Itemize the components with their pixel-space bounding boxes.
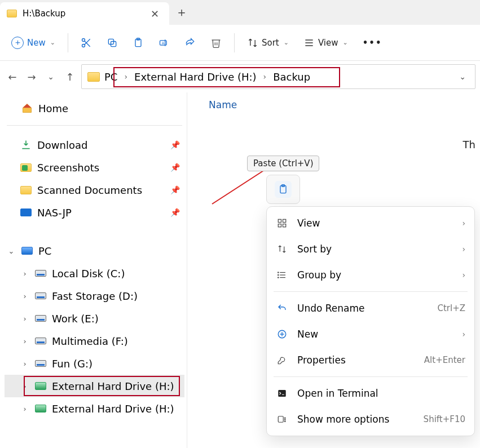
pin-icon[interactable]: 📌 bbox=[170, 185, 180, 194]
sidebar-item-label: External Hard Drive (H:) bbox=[52, 403, 174, 415]
sidebar-drive-f[interactable]: › Multimedia (F:) bbox=[5, 330, 184, 352]
sidebar-item-scanned[interactable]: Scanned Documents 📌 bbox=[5, 179, 184, 201]
chevron-right-icon[interactable]: › bbox=[124, 72, 127, 81]
ctx-new[interactable]: New › bbox=[267, 321, 474, 347]
ctx-shortcut: Alt+Enter bbox=[424, 355, 465, 365]
ctx-label: Group by bbox=[297, 269, 341, 281]
external-disk-icon bbox=[35, 405, 46, 412]
divider bbox=[234, 33, 235, 52]
sidebar-drive-h-highlighted[interactable]: › External Hard Drive (H:) bbox=[5, 375, 184, 397]
chevron-right-icon[interactable]: › bbox=[263, 72, 267, 81]
chevron-down-icon: ⌄ bbox=[284, 39, 289, 46]
nav-row: ← → ⌄ ↑ PC › External Hard Drive (H:) › … bbox=[0, 61, 480, 92]
new-button[interactable]: ＋ New ⌄ bbox=[6, 32, 61, 54]
paste-button[interactable] bbox=[127, 32, 149, 54]
chevron-right-icon[interactable]: › bbox=[20, 292, 29, 300]
svg-point-26 bbox=[278, 274, 279, 276]
sidebar-item-screenshots[interactable]: Screenshots 📌 bbox=[5, 156, 184, 179]
context-paste-button[interactable] bbox=[266, 175, 300, 204]
ctx-properties[interactable]: Properties Alt+Enter bbox=[267, 347, 474, 373]
disk-icon bbox=[35, 270, 46, 277]
tooltip-paste: Paste (Ctrl+V) bbox=[247, 156, 319, 171]
sidebar-drive-c[interactable]: › Local Disk (C:) bbox=[5, 262, 184, 285]
svg-rect-18 bbox=[278, 219, 281, 222]
sidebar-pc[interactable]: ⌄ PC bbox=[5, 239, 184, 262]
disk-icon bbox=[35, 315, 46, 322]
recent-dropdown[interactable]: ⌄ bbox=[43, 69, 59, 85]
forward-button[interactable]: → bbox=[24, 69, 39, 85]
svg-rect-21 bbox=[283, 224, 286, 227]
ctx-sort-by[interactable]: Sort by › bbox=[267, 236, 474, 262]
ctx-label: Sort by bbox=[297, 243, 332, 255]
sidebar-drive-d[interactable]: › Fast Storage (D:) bbox=[5, 285, 184, 307]
disk-icon bbox=[35, 292, 46, 299]
context-menu: View › Sort by › Group by › bbox=[266, 206, 475, 436]
svg-point-25 bbox=[278, 272, 279, 273]
sidebar-item-download[interactable]: Download 📌 bbox=[5, 134, 184, 156]
view-button[interactable]: View ⌄ bbox=[298, 32, 354, 54]
content-area[interactable]: Name ⌃ Th Paste (Ctrl+V) View › bbox=[187, 92, 480, 448]
empty-hint-text: Th bbox=[463, 139, 475, 150]
view-label: View bbox=[318, 38, 338, 48]
view-icon bbox=[303, 37, 315, 48]
download-icon bbox=[20, 139, 32, 150]
chevron-right-icon[interactable]: › bbox=[20, 337, 29, 345]
tab-title: H:\Backup bbox=[23, 8, 142, 19]
chevron-right-icon[interactable]: › bbox=[20, 405, 29, 413]
crumb-folder[interactable]: Backup bbox=[273, 71, 310, 83]
ctx-group-by[interactable]: Group by › bbox=[267, 262, 474, 288]
grid-icon bbox=[276, 217, 288, 229]
wrench-icon bbox=[276, 354, 288, 366]
copy-icon bbox=[107, 37, 118, 48]
svg-rect-32 bbox=[278, 416, 283, 423]
sort-button[interactable]: Sort ⌄ bbox=[241, 32, 294, 54]
disk-icon bbox=[35, 338, 46, 344]
folder-icon bbox=[20, 163, 32, 172]
folder-icon bbox=[7, 10, 17, 17]
share-button[interactable] bbox=[179, 32, 201, 54]
new-tab-button[interactable]: ＋ bbox=[169, 0, 194, 25]
ctx-view[interactable]: View › bbox=[267, 210, 474, 236]
rename-button[interactable]: A bbox=[153, 32, 175, 54]
sidebar-item-label: Download bbox=[37, 139, 87, 151]
chevron-down-icon[interactable]: ⌄ bbox=[7, 247, 16, 255]
pin-icon[interactable]: 📌 bbox=[170, 163, 180, 172]
crumb-drive[interactable]: External Hard Drive (H:) bbox=[134, 71, 257, 83]
sidebar-home[interactable]: Home bbox=[5, 97, 184, 119]
chevron-right-icon[interactable]: › bbox=[20, 269, 29, 278]
cut-button[interactable] bbox=[75, 32, 98, 54]
disk-icon bbox=[35, 360, 46, 367]
plus-circle-icon: ＋ bbox=[11, 37, 24, 49]
crumb-pc[interactable]: PC bbox=[104, 71, 117, 83]
ctx-label: Properties bbox=[297, 354, 346, 366]
trash-icon bbox=[210, 37, 222, 48]
up-button[interactable]: ↑ bbox=[62, 69, 78, 85]
more-options-icon bbox=[276, 413, 288, 425]
back-button[interactable]: ← bbox=[5, 69, 20, 85]
chevron-right-icon[interactable]: › bbox=[20, 382, 29, 391]
close-tab-button[interactable]: ✕ bbox=[147, 8, 162, 20]
chevron-right-icon[interactable]: › bbox=[20, 360, 29, 368]
sidebar-drive-e[interactable]: › Work (E:) bbox=[5, 307, 184, 330]
sidebar-drive-h-dup[interactable]: › External Hard Drive (H:) bbox=[5, 397, 184, 420]
divider bbox=[7, 125, 182, 126]
tab-active[interactable]: H:\Backup ✕ bbox=[0, 2, 169, 25]
ctx-shortcut: Ctrl+Z bbox=[437, 303, 465, 313]
delete-button[interactable] bbox=[205, 32, 227, 54]
address-bar[interactable]: PC › External Hard Drive (H:) › Backup ⌄ bbox=[81, 64, 475, 89]
sidebar-drive-g[interactable]: › Fun (G:) bbox=[5, 352, 184, 375]
ctx-show-more[interactable]: Show more options Shift+F10 bbox=[267, 406, 474, 432]
ctx-open-terminal[interactable]: Open in Terminal bbox=[267, 380, 474, 406]
svg-text:A: A bbox=[162, 41, 165, 45]
ctx-label: New bbox=[297, 329, 318, 340]
more-button[interactable]: ••• bbox=[357, 32, 388, 54]
sidebar-item-label: NAS-JP bbox=[37, 207, 72, 219]
copy-button[interactable] bbox=[101, 32, 124, 54]
ctx-undo-rename[interactable]: Undo Rename Ctrl+Z bbox=[267, 295, 474, 321]
pin-icon[interactable]: 📌 bbox=[170, 208, 180, 217]
sidebar-item-nasjp[interactable]: NAS-JP 📌 bbox=[5, 201, 184, 224]
address-dropdown[interactable]: ⌄ bbox=[456, 72, 469, 81]
pin-icon[interactable]: 📌 bbox=[170, 140, 180, 149]
column-header-name[interactable]: Name bbox=[187, 92, 480, 117]
chevron-right-icon[interactable]: › bbox=[20, 314, 29, 323]
